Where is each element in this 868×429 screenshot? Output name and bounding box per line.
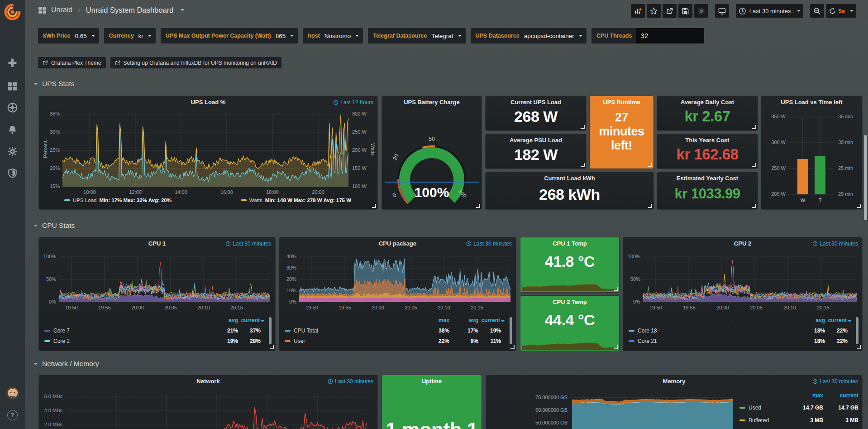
panel-title[interactable]: This Years Cost [657,137,758,144]
configuration-gear-icon[interactable] [7,146,18,157]
panel-title[interactable]: Uptime [382,378,482,385]
explore-compass-icon[interactable] [7,102,18,113]
save-button[interactable] [678,4,692,18]
legend-name[interactable]: User [294,338,305,344]
alerting-bell-icon[interactable] [7,125,18,135]
link-ups-monitoring-guide[interactable]: Setting up Grafana and InfluxDB for UPS … [110,57,282,68]
legend-col-current[interactable]: current [826,317,851,323]
zoom-out-button[interactable] [810,4,824,18]
legend-name[interactable]: Core 18 [638,328,657,334]
x-tick: T [811,198,829,203]
y-tick: 20% [280,276,296,282]
panel-title[interactable]: UPS Load vs Time left [761,99,862,106]
panel-title[interactable]: Memory [486,378,862,385]
legend-ups-load[interactable]: UPS Load Min: 17% Max: 32% Avg: 20% [64,198,172,203]
legend-scrollbar[interactable] [856,317,858,344]
clock-icon [333,100,339,105]
panel-title[interactable]: UPS Battery Charge [382,99,482,106]
create-icon[interactable] [7,58,18,68]
variable-kwh-price[interactable]: kWh Price0.65 [38,28,99,43]
legend-scrollbar[interactable] [269,317,272,344]
legend-col-avg[interactable]: avg [457,317,478,323]
panel-title[interactable]: Average PSU Load [486,137,586,144]
variable-telegraf-datasource[interactable]: Telegraf DatasourceTelegraf [368,28,465,43]
cpu-threads-input[interactable] [636,28,704,43]
legend-col-current[interactable]: current [479,317,505,323]
variable-ups-datasource[interactable]: UPS Datasourceapcupsd-container [471,28,587,43]
panel-title[interactable]: CPU 2 Temp [520,299,619,305]
dashboard-dropdown-caret[interactable] [181,9,184,11]
x-tick: 16:00 [215,189,238,195]
legend-col-avg[interactable]: avg [215,317,238,323]
panel-time-range-label: Last 30 minutes [820,241,858,247]
variable-currency[interactable]: Currencykr [104,28,156,43]
panel-time-range[interactable]: Last 30 minutes [812,241,858,247]
section-ups-stats[interactable]: UPS Stats [33,80,75,88]
panel-title[interactable]: Network [39,378,377,385]
stat-value: 1 month 1 [382,419,482,429]
legend-name[interactable]: Core 2 [53,338,70,344]
clock-icon [812,379,818,384]
time-range-picker[interactable]: Last 30 minutes [736,4,803,18]
legend-col-max[interactable]: max [796,392,823,399]
variable-label: UPS Max Output Power Capacity (Watt) [161,33,276,39]
legend-col-max[interactable]: max [429,317,449,323]
share-button[interactable] [663,4,677,18]
variable-ups-max-power[interactable]: UPS Max Output Power Capacity (Watt)865 [161,28,298,43]
legend-name[interactable]: Used [749,405,761,411]
legend-name[interactable]: Buffered [749,417,769,424]
legend-name[interactable]: Core 7 [53,328,70,334]
panel-title[interactable]: Average Daily Cost [657,99,758,106]
dashboard-grid-icon[interactable] [38,6,47,14]
panel-time-range[interactable]: Last 12 hours [333,99,373,106]
panel-title[interactable]: Current Load kWh [486,175,653,182]
breadcrumb: Unraid › Unraid System Dashboard [38,5,184,14]
panel-title[interactable]: CPU 1 Temp [520,240,619,247]
panel-time-range[interactable]: Last 30 minutes [466,241,512,247]
link-grafana-plex-theme[interactable]: Grafana Plex Theme [38,57,106,68]
user-avatar[interactable] [6,386,19,400]
grafana-logo-icon[interactable] [4,4,21,20]
page-title[interactable]: Unraid System Dashboard [86,6,174,14]
legend-current: 11% [477,338,501,344]
panel-title[interactable]: Estimated Yearly Cost [657,175,758,182]
y-tick: 50% [624,276,640,282]
refresh-picker[interactable]: 5s [826,4,856,18]
legend-scrollbar[interactable] [510,317,512,344]
x-tick: 20:15 [813,305,833,310]
legend-current: 14.7 GB [827,405,858,411]
legend-col-current[interactable]: current [239,317,264,323]
legend-name[interactable]: Core 21 [638,338,657,344]
legend-col-current[interactable]: current [827,392,858,399]
legend-name[interactable]: CPU Total [294,328,318,334]
breadcrumb-folder[interactable]: Unraid [51,6,72,14]
panel-cpu1-temp: CPU 1 Temp 41.8 °C [520,237,619,292]
add-panel-button[interactable] [631,4,645,18]
legend-max: 22% [429,338,449,344]
legend-stats: Min: 148 W Max: 278 W Avg: 175 W [265,198,351,203]
page-scrollbar[interactable] [864,135,867,220]
variable-host[interactable]: hostNostromo [303,28,363,43]
dashboards-icon[interactable] [7,81,18,92]
cycle-view-button[interactable] [715,4,729,18]
admin-shield-icon[interactable] [7,168,18,178]
panel-title[interactable]: UPS Load % [39,99,377,106]
panel-time-range[interactable]: Last 30 minutes [328,378,373,385]
link-label: Grafana Plex Theme [51,60,101,66]
panel-title[interactable]: UPS Runtime [590,99,653,106]
help-icon[interactable]: ? [7,410,18,420]
panel-time-range[interactable]: Last 30 minutes [812,378,858,385]
legend-current: 28% [237,338,261,344]
legend-current: 3 MB [827,417,858,424]
section-cpu-stats[interactable]: CPU Stats [33,222,75,230]
section-network-memory[interactable]: Network / Memory [33,360,99,368]
panel-title[interactable]: Current UPS Load [486,99,586,106]
legend-current: 22% [824,338,848,344]
star-button[interactable] [647,4,661,18]
variable-value: apcupsd-container [524,33,578,39]
settings-button[interactable] [694,4,708,18]
panel-time-range[interactable]: Last 30 minutes [225,241,271,247]
legend-col-avg[interactable]: avg [802,317,825,323]
legend-current: 19% [477,328,501,334]
legend-watts[interactable]: Watts Min: 148 W Max: 278 W Avg: 175 W [241,198,351,203]
